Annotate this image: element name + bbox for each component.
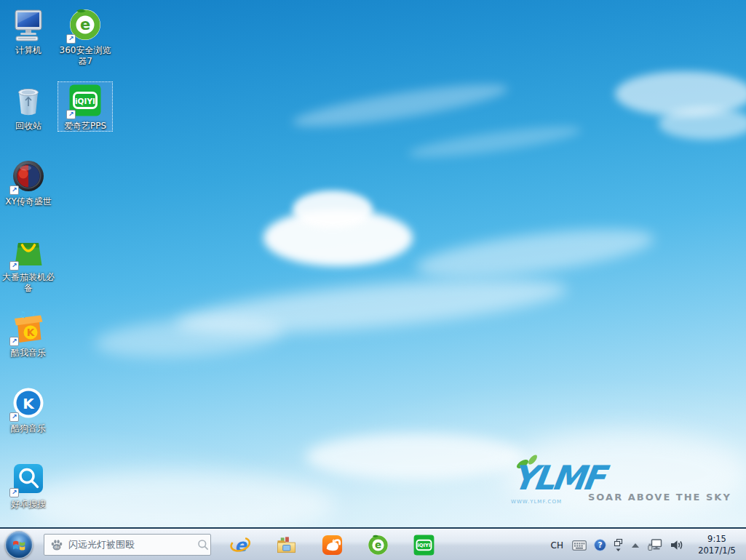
desktop-icon-label: XY传奇盛世 (5, 196, 52, 207)
desktop-icon-label: 爱奇艺PPS (64, 121, 106, 132)
uc-browser-icon (321, 534, 344, 556)
shortcut-arrow-icon: ↗ (9, 337, 19, 346)
desktop-icon-tomato[interactable]: ↗大番茄装机必备 (1, 233, 56, 294)
help-icon[interactable]: ? (594, 539, 606, 551)
taskbar-search-box[interactable]: du (44, 534, 211, 556)
iqiyi-icon: iQIYI ↗ (68, 83, 103, 118)
svg-text:e: e (80, 16, 90, 33)
svg-text:iQIYI: iQIYI (75, 97, 95, 105)
taskbar-search-input[interactable] (68, 540, 192, 551)
browser360-icon: e ↗ (68, 7, 103, 42)
clock[interactable]: 9:15 2017/1/5 (692, 534, 742, 556)
keyboard-icon[interactable] (572, 540, 587, 551)
svg-text:iQIYI: iQIYI (417, 543, 430, 548)
haozhuo-icon: ↗ (11, 461, 46, 496)
internet-explorer-icon: e (229, 534, 252, 556)
clock-date: 2017/1/5 (692, 545, 742, 557)
cloud (659, 108, 746, 140)
desktop-icon-label: 好卓搜搜 (11, 499, 46, 510)
xylegend-icon: ↗ (11, 159, 46, 193)
hidden-icons-icon[interactable] (630, 542, 640, 549)
cloud (407, 120, 582, 163)
desktop-icon-label: 大番茄装机必备 (1, 272, 55, 294)
shortcut-arrow-icon: ↗ (9, 488, 19, 497)
windows-flag-icon (11, 537, 27, 553)
start-button[interactable] (5, 531, 33, 559)
tray-icons-container: ? (568, 538, 687, 552)
network-icon[interactable] (648, 539, 662, 551)
svg-text:?: ? (598, 540, 602, 549)
desktop-icon-label: 360安全浏览器7 (58, 45, 112, 67)
desktop-icon-browser360[interactable]: e ↗360安全浏览器7 (57, 6, 113, 67)
desktop-icon-label: 酷狗音乐 (11, 423, 46, 434)
shortcut-arrow-icon: ↗ (9, 261, 19, 271)
taskbar-app-uc-browser[interactable] (320, 533, 344, 557)
cloud (22, 471, 335, 527)
search-icon[interactable] (197, 539, 209, 551)
desktop-icon-xylegend[interactable]: ↗XY传奇盛世 (1, 157, 56, 207)
taskbar-app-internet-explorer[interactable]: e (229, 533, 253, 557)
cloud (306, 433, 524, 480)
desktop-icon-kuwo[interactable]: K ♫ ♪ ↗酷我音乐 (1, 308, 56, 359)
kugou-icon: K ↗ (11, 385, 46, 420)
desktop-icon-computer[interactable]: 计算机 (1, 6, 56, 56)
desktop-wallpaper[interactable]: 计算机 e ↗360安全浏览器7 回收站 iQIYI ↗爱奇艺PPS ↗XY传奇… (0, 0, 746, 527)
desktop-icon-label: 回收站 (15, 121, 41, 132)
computer-icon (11, 7, 46, 42)
taskbar-app-iqiyi-player[interactable]: iQIYI (412, 533, 436, 557)
kuwo-icon: K ♫ ♪ ↗ (11, 310, 46, 345)
shortcut-arrow-icon: ↗ (9, 412, 19, 422)
svg-text:e: e (375, 539, 381, 551)
windows-explorer-icon (275, 534, 298, 556)
taskbar-app-windows-explorer[interactable] (274, 533, 298, 557)
cloud (290, 76, 510, 135)
recycle-icon (11, 83, 46, 118)
svg-text:♪: ♪ (32, 310, 36, 317)
ylmf-watermark: YLMF WWW.YLMF.COM SOAR ABOVE THE SKY (508, 463, 701, 515)
shortcut-arrow-icon: ↗ (9, 185, 19, 195)
cloud (413, 220, 656, 287)
taskbar: du e e (0, 527, 746, 560)
cloud (94, 312, 285, 363)
svg-text:K: K (27, 327, 35, 338)
language-indicator[interactable]: CH (551, 540, 563, 551)
cloud (293, 191, 373, 228)
tomato-icon: ↗ (11, 234, 46, 269)
ylmf-site-text: WWW.YLMF.COM (511, 499, 562, 505)
iqiyi-player-icon: iQIYI (413, 534, 435, 556)
360-safe-browser-icon: e (367, 534, 389, 556)
baidu-paw-icon: du (50, 538, 63, 551)
taskbar-app-360-safe-browser[interactable]: e (366, 533, 390, 557)
desktop-icon-iqiyi[interactable]: iQIYI ↗爱奇艺PPS (57, 81, 113, 132)
ylmf-tagline: SOAR ABOVE THE SKY (588, 492, 731, 503)
shortcut-arrow-icon: ↗ (66, 34, 76, 44)
desktop-icon-recycle[interactable]: 回收站 (1, 81, 56, 132)
svg-text:du: du (55, 545, 60, 549)
language-restore-icon[interactable] (614, 538, 623, 552)
volume-icon[interactable] (670, 540, 683, 551)
taskbar-apps: e e iQIYI (229, 529, 436, 560)
desktop-icon-label: 酷我音乐 (11, 348, 46, 359)
desktop-icon-kugou[interactable]: K ↗酷狗音乐 (1, 384, 56, 434)
shortcut-arrow-icon: ↗ (66, 110, 76, 119)
clock-time: 9:15 (692, 534, 742, 545)
desktop-icon-haozhuo[interactable]: ↗好卓搜搜 (1, 460, 56, 510)
system-tray: CH ? 9:15 2017/1/ (546, 529, 746, 560)
desktop-icon-label: 计算机 (15, 45, 41, 56)
svg-text:K: K (23, 395, 35, 412)
svg-text:♫: ♫ (19, 310, 26, 319)
